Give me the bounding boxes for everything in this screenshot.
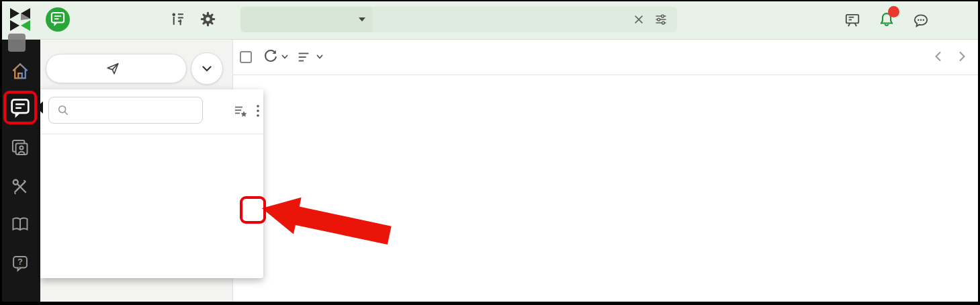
sidebar-item-contacts[interactable] (9, 137, 31, 159)
search-input[interactable] (372, 13, 633, 26)
inbox-settings-gear-icon[interactable] (199, 10, 217, 31)
chevron-down-icon (359, 17, 365, 21)
inbox-scope-dropdown[interactable] (240, 7, 372, 32)
email-list-pane (233, 39, 980, 305)
search-bar (240, 7, 677, 32)
inbox-search-box[interactable] (48, 97, 203, 124)
flyout-pointer (36, 101, 43, 114)
user-avatar[interactable] (942, 7, 967, 32)
refresh-icon[interactable] (263, 48, 279, 64)
svg-text:?: ? (17, 257, 23, 267)
sidebar-nav: ? (0, 39, 40, 305)
app-logo[interactable] (8, 5, 34, 35)
chat-support-icon[interactable] (912, 12, 930, 32)
list-toolbar (233, 39, 980, 75)
chevron-down-icon[interactable] (316, 54, 323, 59)
portal-tooltip (8, 34, 26, 52)
sort-order-icon[interactable] (296, 50, 311, 64)
divider (40, 134, 263, 134)
compose-more-button[interactable] (191, 52, 223, 85)
sidebar-item-tools[interactable] (9, 176, 31, 198)
sidebar-item-manual[interactable] (9, 214, 31, 235)
top-bar (0, 0, 980, 40)
notification-count-badge (888, 6, 899, 17)
select-all-checkbox[interactable] (240, 51, 252, 63)
inbox-list-menu-icon[interactable] (255, 103, 261, 121)
sidebar-item-inbox[interactable] (9, 98, 31, 120)
next-page-icon[interactable] (959, 51, 966, 64)
inbox-drawer (40, 89, 263, 278)
inbox-search-input[interactable] (76, 104, 186, 117)
sidebar-item-portal[interactable] (9, 60, 31, 82)
search-filter-icon[interactable] (654, 13, 668, 26)
announcement-board-icon[interactable] (844, 11, 861, 32)
chevron-down-icon[interactable] (281, 54, 288, 59)
sidebar-item-help[interactable]: ? (9, 253, 31, 274)
inbox-switch-icon[interactable] (169, 11, 186, 30)
favorites-filter-icon[interactable] (234, 104, 247, 120)
prev-page-icon[interactable] (934, 51, 942, 64)
clear-search-icon[interactable] (633, 13, 645, 26)
compose-button[interactable] (46, 54, 187, 83)
current-inbox-icon (46, 7, 70, 32)
